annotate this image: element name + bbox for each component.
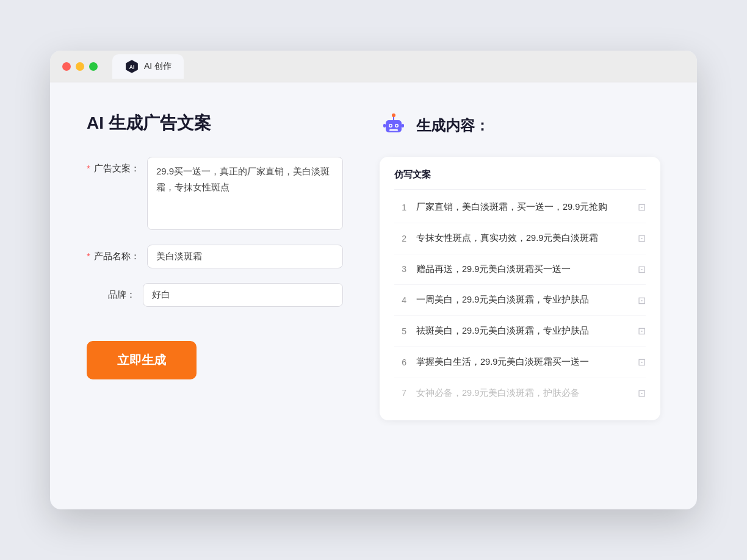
browser-window: AI AI 创作 AI 生成广告文案 * 广告文案： 29.9买一送一，真正的厂… <box>50 51 697 509</box>
maximize-button[interactable] <box>89 62 98 71</box>
copy-icon[interactable]: ⊡ <box>638 232 646 244</box>
label-product-name: * 产品名称： <box>87 245 140 262</box>
result-text: 女神必备，29.9元美白淡斑霜，护肤必备 <box>416 387 628 400</box>
generate-button[interactable]: 立即生成 <box>87 341 197 379</box>
result-number: 6 <box>394 357 406 367</box>
brand-input[interactable] <box>143 283 343 307</box>
result-number: 4 <box>394 295 406 305</box>
label-brand: 品牌： <box>87 283 135 301</box>
result-item: 5 祛斑美白，29.9元美白淡斑霜，专业护肤品 ⊡ <box>394 316 646 347</box>
result-table-header: 仿写文案 <box>394 169 646 190</box>
result-number: 7 <box>394 388 406 398</box>
form-group-brand: 品牌： <box>87 283 343 307</box>
result-number: 5 <box>394 326 406 336</box>
result-text: 祛斑美白，29.9元美白淡斑霜，专业护肤品 <box>416 325 628 338</box>
svg-point-6 <box>396 125 398 127</box>
close-button[interactable] <box>62 62 71 71</box>
result-number: 1 <box>394 203 406 212</box>
result-card: 仿写文案 1 厂家直销，美白淡斑霜，买一送一，29.9元抢购 ⊡ 2 专抹女性斑… <box>380 157 660 420</box>
tab-ai-creation[interactable]: AI AI 创作 <box>112 54 184 79</box>
copy-icon[interactable]: ⊡ <box>638 201 646 213</box>
traffic-lights <box>62 62 98 71</box>
result-text: 赠品再送，29.9元美白淡斑霜买一送一 <box>416 263 628 276</box>
result-item: 3 赠品再送，29.9元美白淡斑霜买一送一 ⊡ <box>394 254 646 285</box>
right-title: 生成内容： <box>416 116 489 135</box>
copy-icon[interactable]: ⊡ <box>638 325 646 337</box>
right-panel: 生成内容： 仿写文案 1 厂家直销，美白淡斑霜，买一送一，29.9元抢购 ⊡ 2… <box>380 112 660 480</box>
svg-point-5 <box>390 125 392 127</box>
result-text: 掌握美白生活，29.9元美白淡斑霜买一送一 <box>416 356 628 369</box>
result-item: 4 一周美白，29.9元美白淡斑霜，专业护肤品 ⊡ <box>394 285 646 316</box>
result-item: 1 厂家直销，美白淡斑霜，买一送一，29.9元抢购 ⊡ <box>394 192 646 223</box>
svg-rect-11 <box>402 124 404 127</box>
left-panel: AI 生成广告文案 * 广告文案： 29.9买一送一，真正的厂家直销，美白淡斑霜… <box>87 112 343 480</box>
ad-copy-input[interactable]: 29.9买一送一，真正的厂家直销，美白淡斑霜，专抹女性斑点 <box>147 157 343 230</box>
result-text: 一周美白，29.9元美白淡斑霜，专业护肤品 <box>416 293 628 307</box>
svg-point-9 <box>392 113 395 117</box>
result-item: 2 专抹女性斑点，真实功效，29.9元美白淡斑霜 ⊡ <box>394 223 646 254</box>
copy-icon[interactable]: ⊡ <box>638 264 646 275</box>
right-header: 生成内容： <box>380 112 660 140</box>
product-name-input[interactable] <box>147 245 343 268</box>
required-mark-2: * <box>87 251 90 261</box>
browser-titlebar: AI AI 创作 <box>50 51 697 82</box>
required-mark: * <box>87 163 90 173</box>
tab-label: AI 创作 <box>144 61 171 72</box>
svg-rect-10 <box>383 124 386 127</box>
result-text: 厂家直销，美白淡斑霜，买一送一，29.9元抢购 <box>416 201 628 214</box>
results-container: 1 厂家直销，美白淡斑霜，买一送一，29.9元抢购 ⊡ 2 专抹女性斑点，真实功… <box>394 192 646 408</box>
result-item: 7 女神必备，29.9元美白淡斑霜，护肤必备 ⊡ <box>394 378 646 409</box>
robot-icon <box>380 112 408 140</box>
result-item: 6 掌握美白生活，29.9元美白淡斑霜买一送一 ⊡ <box>394 347 646 378</box>
copy-icon[interactable]: ⊡ <box>638 356 646 368</box>
svg-rect-7 <box>389 129 398 131</box>
copy-icon[interactable]: ⊡ <box>638 295 646 306</box>
minimize-button[interactable] <box>76 62 84 71</box>
result-number: 2 <box>394 234 406 243</box>
browser-content: AI 生成广告文案 * 广告文案： 29.9买一送一，真正的厂家直销，美白淡斑霜… <box>50 82 697 509</box>
ai-tab-icon: AI <box>125 59 139 74</box>
form-group-product-name: * 产品名称： <box>87 245 343 268</box>
svg-text:AI: AI <box>129 64 135 70</box>
result-number: 3 <box>394 264 406 274</box>
copy-icon[interactable]: ⊡ <box>638 387 646 399</box>
page-title: AI 生成广告文案 <box>87 112 343 135</box>
result-text: 专抹女性斑点，真实功效，29.9元美白淡斑霜 <box>416 232 628 245</box>
form-group-ad-copy: * 广告文案： 29.9买一送一，真正的厂家直销，美白淡斑霜，专抹女性斑点 <box>87 157 343 230</box>
label-ad-copy: * 广告文案： <box>87 157 140 174</box>
